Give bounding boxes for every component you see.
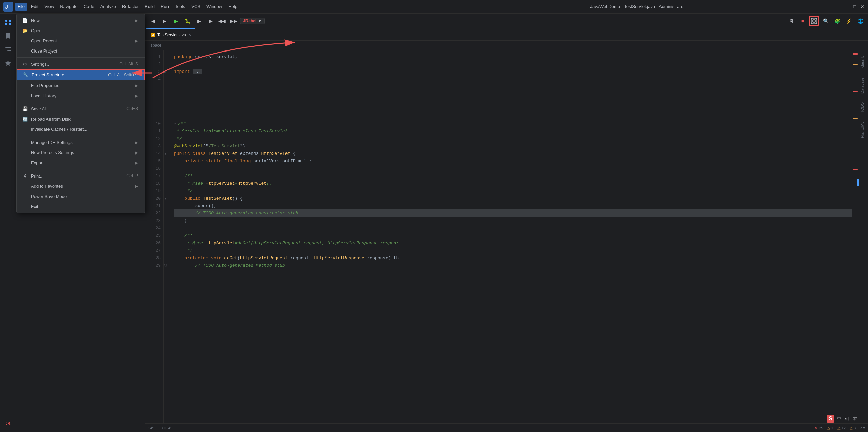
menu-vcs[interactable]: VCS: [189, 3, 203, 11]
code-content[interactable]: package cn.test.servlet; import ... ⚡/**: [169, 50, 852, 423]
line-num-23: 23: [145, 217, 163, 224]
separator-1: [17, 57, 145, 58]
menu-refactor[interactable]: Refactor: [119, 3, 141, 11]
menu-build[interactable]: Build: [142, 3, 157, 11]
menu-help[interactable]: Help: [225, 3, 240, 11]
line-num-2: 2: [145, 60, 163, 68]
fold-11: [164, 135, 169, 142]
fold-import[interactable]: ▶: [164, 68, 169, 75]
code-line-14: public class TestServlet extends HttpSer…: [174, 150, 852, 157]
sidebar-tab-plantuml[interactable]: PlantUML: [859, 118, 868, 142]
menu-file[interactable]: File: [15, 3, 27, 11]
menu-window[interactable]: Window: [204, 3, 225, 11]
menu-item-open[interactable]: 📂 Open...: [17, 25, 145, 36]
menu-item-settings[interactable]: ⚙ Settings... Ctrl+Alt+S: [17, 59, 145, 69]
menu-item-invalidate-caches[interactable]: Invalidate Caches / Restart...: [17, 124, 145, 134]
svg-rect-12: [815, 22, 817, 24]
tab-close-btn[interactable]: ✕: [188, 33, 191, 37]
sidebar-icon-jrebel[interactable]: JR: [2, 417, 14, 429]
code-line-6: [174, 90, 852, 98]
menu-tools[interactable]: Tools: [172, 3, 188, 11]
line-num-4: 4: [145, 75, 163, 83]
fold-27: [164, 254, 169, 262]
tab-filename: TestServlet.java: [157, 33, 186, 37]
menu-item-add-favorites[interactable]: Add to Favorites ▶: [17, 181, 145, 191]
menu-item-new[interactable]: 📄 New ▶: [17, 15, 145, 25]
toolbar-coverage-btn[interactable]: ▶: [194, 16, 204, 26]
toolbar-prev-btn[interactable]: ◀◀: [217, 16, 227, 26]
toolbar-settings-btn[interactable]: 🌐: [855, 16, 865, 26]
menu-item-open-recent[interactable]: Open Recent ▶: [17, 36, 145, 46]
line-num-11: 11: [145, 127, 163, 135]
close-button[interactable]: ✕: [860, 4, 865, 9]
separator-2: [17, 102, 145, 102]
sidebar-tab-database[interactable]: Database: [859, 74, 868, 98]
menu-item-local-history[interactable]: Local History ▶: [17, 90, 145, 101]
sidebar-tab-todo[interactable]: TODO: [859, 98, 868, 117]
fold-method[interactable]: ▼: [164, 194, 169, 202]
menu-item-exit[interactable]: Exit: [17, 201, 145, 211]
menu-code[interactable]: Code: [81, 3, 97, 11]
info-count: 3: [854, 426, 856, 430]
toolbar-stop-btn[interactable]: ■: [797, 16, 808, 26]
menu-item-manage-ide[interactable]: Manage IDE Settings ▶: [17, 137, 145, 147]
open-recent-label: Open Recent: [31, 38, 132, 43]
menu-item-export[interactable]: Export ▶: [17, 158, 145, 168]
fold-9: [164, 120, 169, 127]
toolbar-next-btn[interactable]: ▶▶: [229, 16, 239, 26]
toolbar-forward-btn[interactable]: ▶: [159, 16, 170, 26]
sidebar-tab-jclasslib[interactable]: jclasslib: [859, 52, 868, 73]
fold-doget[interactable]: @: [164, 262, 169, 269]
code-editor[interactable]: 1 2 3 4 10 11 12 13 14 15 16 17: [145, 50, 852, 423]
minimize-button[interactable]: —: [845, 4, 850, 9]
svg-rect-10: [815, 18, 817, 20]
menu-item-save-all[interactable]: 💾 Save All Ctrl+S: [17, 104, 145, 114]
toolbar-project-structure-btn[interactable]: [809, 16, 819, 26]
manage-ide-arrow: ▶: [135, 140, 138, 145]
toolbar: ◀ ▶ ▶ 🐛 ▶ ▶ ◀◀ ▶▶ JRebel ▼ 🗄 ■: [145, 14, 868, 28]
toolbar-debug-btn[interactable]: 🐛: [182, 16, 193, 26]
menu-analyze[interactable]: Analyze: [98, 3, 119, 11]
maximize-button[interactable]: □: [852, 4, 857, 9]
menu-item-file-properties[interactable]: File Properties ▶: [17, 80, 145, 90]
menu-item-new-projects[interactable]: New Projects Settings ▶: [17, 147, 145, 158]
menu-item-reload-all[interactable]: 🔄 Reload All from Disk: [17, 114, 145, 124]
toolbar-translate-btn[interactable]: ⚡: [844, 16, 854, 26]
save-all-shortcut: Ctrl+S: [126, 106, 138, 111]
toolbar-db-btn[interactable]: 🗄: [786, 16, 796, 26]
toolbar-plugins-btn[interactable]: 🧩: [832, 16, 842, 26]
code-line-28: protected void doGet(HttpServletRequest …: [174, 254, 852, 262]
sidebar-icon-structure[interactable]: [2, 43, 14, 56]
code-line-8: [174, 105, 852, 112]
toolbar-back-btn[interactable]: ◀: [148, 16, 158, 26]
toolbar-profile-btn[interactable]: ▶: [205, 16, 216, 26]
window-controls: — □ ✕: [845, 4, 865, 9]
toolbar-run-btn[interactable]: ▶: [171, 16, 181, 26]
main-layout: JR 📄 New ▶ 📂 Open... Open Recent ▶: [0, 14, 868, 432]
sidebar-icon-project[interactable]: [2, 16, 14, 28]
code-line-5: [174, 83, 852, 90]
line-num-27: 27: [145, 247, 163, 254]
toolbar-search-btn[interactable]: 🔍: [821, 16, 831, 26]
sidebar-icon-favorites[interactable]: [2, 57, 14, 69]
code-line-20: public TestServlet() {: [174, 194, 852, 202]
menu-run[interactable]: Run: [158, 3, 172, 11]
jrebel-dropdown[interactable]: JRebel ▼: [240, 18, 265, 24]
menu-item-power-save[interactable]: Power Save Mode: [17, 191, 145, 201]
menu-navigate[interactable]: Navigate: [57, 3, 80, 11]
fold-class[interactable]: ▼: [164, 150, 169, 157]
svg-rect-2: [5, 20, 7, 22]
editor-tab-testservlet[interactable]: J TestServlet.java ✕: [146, 28, 195, 40]
sidebar-icon-bookmark[interactable]: [2, 30, 14, 42]
warning-count-2: 12: [842, 426, 846, 430]
statusbar: 14:1 UTF-8 LF ⊗ 25 △ 1 △ 12 △ 3: [145, 423, 868, 432]
code-line-4: [174, 75, 852, 83]
menu-item-project-structure[interactable]: 🔧 Project Structure... Ctrl+Alt+Shift+S: [17, 69, 145, 80]
menu-view[interactable]: View: [42, 3, 57, 11]
menu-item-close-project[interactable]: Close Project: [17, 46, 145, 56]
separator-4: [17, 169, 145, 169]
project-structure-icon: 🔧: [23, 72, 29, 77]
code-line-13: @WebServlet("/TestServlet"): [174, 142, 852, 150]
menu-edit[interactable]: Edit: [28, 3, 41, 11]
menu-item-print[interactable]: 🖨 Print... Ctrl+P: [17, 171, 145, 181]
